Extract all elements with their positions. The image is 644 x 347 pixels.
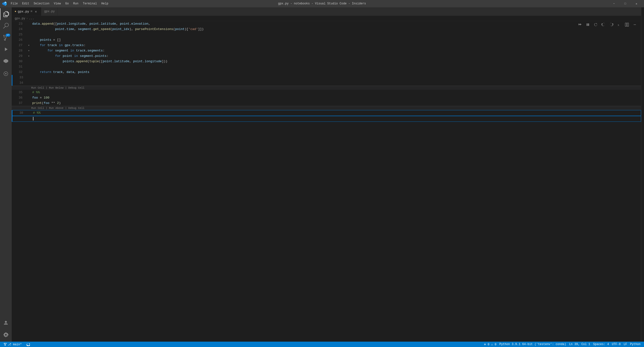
status-bar: ⎇ main* ⊗ 0 ⚠ 0 Python 3.9.1 64-bit ('te… xyxy=(0,342,644,347)
status-right: ⊗ 0 ⚠ 0 Python 3.9.1 64-bit ('testenv': … xyxy=(483,342,642,347)
run-debug-activity-icon[interactable] xyxy=(0,43,12,55)
line-gutter-31 xyxy=(26,64,31,69)
source-control-badge: 17 xyxy=(6,34,10,37)
tab-gpx-py-secondary[interactable]: gpx.py xyxy=(41,7,58,16)
search-activity-icon[interactable] xyxy=(0,20,12,32)
line-content-37[interactable]: print(foo ** 2) xyxy=(31,100,641,106)
code-line-39 xyxy=(12,116,641,122)
svg-rect-1 xyxy=(587,23,588,26)
remote-explorer-activity-icon[interactable] xyxy=(0,68,12,79)
encoding-text: UTF-8 xyxy=(612,343,620,346)
line-num-27: 27 xyxy=(12,43,26,48)
minimap[interactable] xyxy=(641,7,644,342)
line-content-39[interactable] xyxy=(32,116,641,121)
interrupt-button[interactable] xyxy=(584,21,591,28)
line-content-24[interactable]: point.time, segment.get_speed(point_idx)… xyxy=(31,26,641,32)
tab-gpx-py-active[interactable]: ● gpx.py M ✕ xyxy=(12,7,41,16)
svg-rect-4 xyxy=(625,23,627,26)
run-all-button[interactable] xyxy=(576,21,584,28)
line-content-28[interactable]: for segment in track.segments: xyxy=(31,48,641,53)
menu-go[interactable]: Go xyxy=(63,1,70,6)
run-cell-btn-2[interactable]: Run Cell xyxy=(31,107,44,110)
source-control-activity-icon[interactable]: 17 xyxy=(0,32,12,43)
branch-status[interactable]: ⎇ main* xyxy=(2,342,23,347)
cell-sep-pipe-3: | xyxy=(46,107,49,110)
line-content-27[interactable]: for track in gpx.tracks: xyxy=(31,43,641,48)
line-content-29[interactable]: for point in segment.points: xyxy=(31,53,641,59)
code-line-25: 25 xyxy=(12,32,641,37)
line-content-30[interactable]: points.append(tuple([point.latitude, poi… xyxy=(31,59,641,64)
line-content-31[interactable] xyxy=(31,64,641,69)
language-status[interactable]: Python xyxy=(628,342,642,347)
window-title: gpx.py - notebooks - Visual Studio Code … xyxy=(278,2,366,5)
redo-button[interactable] xyxy=(608,21,615,28)
tab-close-active[interactable]: ✕ xyxy=(34,9,38,14)
explorer-activity-icon[interactable] xyxy=(0,8,12,20)
restart-button[interactable] xyxy=(592,21,599,28)
settings-activity-icon[interactable] xyxy=(0,329,12,341)
line-num-35: 35 xyxy=(12,90,26,95)
line-num-29: 29 xyxy=(12,53,26,59)
menu-selection[interactable]: Selection xyxy=(32,1,52,6)
line-content-25[interactable] xyxy=(31,32,641,37)
extensions-activity-icon[interactable] xyxy=(0,55,12,67)
minimize-button[interactable]: − xyxy=(608,0,620,7)
line-content-38[interactable]: # %% xyxy=(32,110,641,116)
menu-file[interactable]: File xyxy=(9,1,20,6)
errors-text: ⊗ 0 ⚠ 0 xyxy=(484,343,496,346)
accounts-activity-icon[interactable] xyxy=(0,317,12,329)
breadcrumb: gpx.py › ... xyxy=(12,16,641,21)
line-num-36: 36 xyxy=(12,95,26,100)
breadcrumb-path[interactable]: ... xyxy=(29,17,34,20)
undo-button[interactable] xyxy=(600,21,607,28)
variables-button[interactable]: x xyxy=(616,21,622,28)
line-num-39 xyxy=(12,116,27,121)
editor-toolbar: x ⋯ xyxy=(576,21,638,28)
line-num-25: 25 xyxy=(12,32,26,37)
code-container[interactable]: 23 data.append([point.longitude, point.l… xyxy=(12,21,641,342)
line-gutter-25 xyxy=(26,32,31,37)
debug-cell-btn-1[interactable]: Debug Cell xyxy=(68,86,84,89)
cell-separator-2: Run Cell | Run Above | Debug Cell xyxy=(12,106,641,110)
menu-edit[interactable]: Edit xyxy=(20,1,31,6)
code-line-34: 34 xyxy=(12,80,641,86)
line-content-36[interactable]: foo = 100 xyxy=(31,95,641,100)
main-layout: 17 xyxy=(0,7,644,342)
line-gutter-29[interactable]: ▾ xyxy=(26,53,31,59)
line-content-23[interactable]: data.append([point.longitude, point.lati… xyxy=(31,21,641,26)
eol-status[interactable]: LF xyxy=(622,342,628,347)
line-num-23: 23 xyxy=(12,21,26,26)
line-content-32[interactable]: return track, data, points xyxy=(31,69,641,75)
line-gutter-28[interactable]: ▾ xyxy=(26,48,31,53)
run-below-btn-1[interactable]: Run Below xyxy=(49,86,64,89)
spaces-status[interactable]: Spaces: 4 xyxy=(592,342,610,347)
errors-status[interactable]: ⊗ 0 ⚠ 0 xyxy=(483,342,498,347)
split-editor-button[interactable] xyxy=(624,21,630,28)
line-gutter-38 xyxy=(27,110,32,116)
line-content-35[interactable]: # %% xyxy=(31,90,641,95)
debug-cell-btn-2[interactable]: Debug Cell xyxy=(68,107,84,110)
python-version-status[interactable]: Python 3.9.1 64-bit ('testenv': conda) xyxy=(498,342,568,347)
line-gutter-27[interactable]: ▾ xyxy=(26,43,31,48)
run-above-btn-2[interactable]: Run Above xyxy=(49,107,64,110)
sync-status[interactable] xyxy=(25,342,32,347)
line-content-34[interactable] xyxy=(32,80,641,86)
ln-col-status[interactable]: Ln 39, Col 1 xyxy=(568,342,592,347)
encoding-status[interactable]: UTF-8 xyxy=(610,342,622,347)
code-line-29: 29 ▾ for point in segment.points: xyxy=(12,53,641,59)
more-actions-button[interactable]: ⋯ xyxy=(631,21,638,28)
line-gutter-39 xyxy=(27,116,32,121)
line-content-26[interactable]: points = [] xyxy=(31,37,641,43)
menu-terminal[interactable]: Terminal xyxy=(81,1,99,6)
menu-help[interactable]: Help xyxy=(99,1,110,6)
menu-view[interactable]: View xyxy=(52,1,63,6)
line-gutter-35 xyxy=(26,90,31,95)
run-cell-btn-1[interactable]: Run Cell xyxy=(31,86,44,89)
maximize-button[interactable]: □ xyxy=(620,0,631,7)
menu-run[interactable]: Run xyxy=(71,1,80,6)
line-num-28: 28 xyxy=(12,48,26,53)
line-content-33[interactable] xyxy=(32,75,641,80)
line-num-34: 34 xyxy=(12,80,27,86)
breadcrumb-file[interactable]: gpx.py xyxy=(15,17,25,20)
close-button[interactable]: ✕ xyxy=(631,0,642,7)
